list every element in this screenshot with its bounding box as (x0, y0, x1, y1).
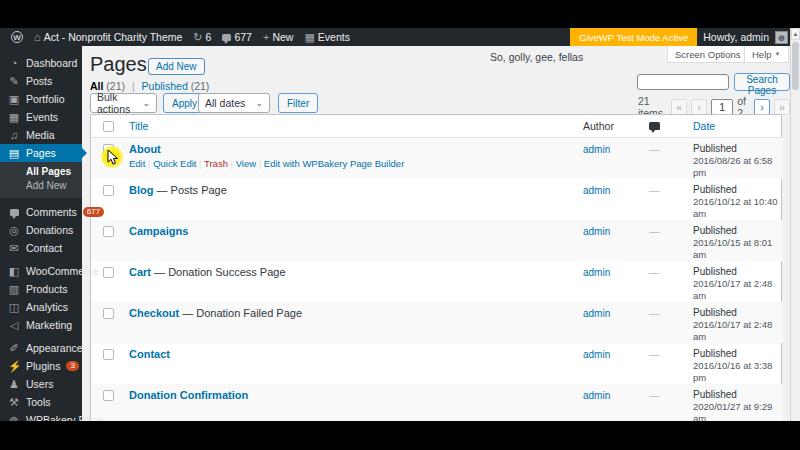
view-published-link[interactable]: Published (142, 80, 188, 92)
page-title-link[interactable]: Cart (129, 266, 151, 278)
comments-header-icon[interactable] (649, 122, 660, 130)
scrollbar-thumb[interactable] (792, 42, 799, 90)
new-content-menu[interactable]: + New (260, 28, 296, 46)
select-arrow-icon: ⌄ (142, 98, 150, 108)
page-title-link[interactable]: About (129, 143, 161, 155)
filter-button[interactable]: Filter (278, 93, 318, 113)
sidebar-item-pages[interactable]: ▤Pages (0, 144, 82, 162)
comments-count-badge: 677 (83, 207, 104, 217)
table-header-row: Title Author Date (91, 115, 783, 137)
page-title-link[interactable]: Blog (129, 184, 153, 196)
sidebar-item-label: Marketing (26, 319, 72, 331)
sidebar-item-appearance[interactable]: ✐Appearance (0, 339, 82, 357)
row-action-view[interactable]: View (236, 158, 256, 169)
page-title-suffix: — Posts Page (153, 184, 226, 196)
submenu-item-add-new[interactable]: Add New (0, 179, 82, 193)
page-title-link[interactable]: Checkout (129, 307, 179, 319)
sidebar-item-products[interactable]: ▥Products (0, 280, 82, 298)
row-checkbox[interactable] (103, 267, 114, 278)
sort-date-header[interactable]: Date (693, 120, 715, 132)
events-menu[interactable]: ▦ Events (301, 28, 353, 46)
sidebar-item-analytics[interactable]: ◫Analytics (0, 298, 82, 316)
sidebar-item-label: Pages (26, 147, 56, 159)
bulk-actions-select[interactable]: Bulk actions ⌄ (90, 93, 157, 113)
add-new-button[interactable]: Add New (148, 58, 205, 75)
publish-date: 2016/10/17 at 2:48 am (693, 319, 781, 343)
chevron-down-icon: ▼ (775, 51, 781, 57)
current-page-field[interactable]: 1 (711, 99, 733, 115)
table-row: Checkout — Donation Failed Pageadmin—Pub… (91, 302, 783, 343)
author-link[interactable]: admin (583, 308, 610, 319)
publish-status: Published (693, 348, 781, 360)
author-link[interactable]: admin (583, 226, 610, 237)
page-title-link[interactable]: Contact (129, 348, 170, 360)
author-link[interactable]: admin (583, 185, 610, 196)
howdy-menu[interactable]: Howdy, admin (697, 31, 775, 43)
row-checkbox[interactable] (103, 349, 114, 360)
sidebar-item-dashboard[interactable]: ◔Dashboard (0, 54, 82, 72)
select-all-checkbox[interactable] (103, 121, 114, 132)
sidebar-item-portfolio[interactable]: ▣Portfolio (0, 90, 82, 108)
sidebar-item-media[interactable]: ♫Media (0, 126, 82, 144)
all-dates-select[interactable]: All dates ⌄ (198, 93, 270, 113)
sidebar-item-comments[interactable]: Comments677 (0, 203, 82, 221)
comments-icon (10, 209, 19, 216)
mouse-cursor (107, 150, 120, 166)
publish-date: 2016/10/12 at 10:40 am (693, 196, 781, 220)
table-row: Campaignsadmin—Published2016/10/15 at 8:… (91, 220, 783, 261)
page-title-link[interactable]: Donation Confirmation (129, 389, 248, 401)
row-action-edit[interactable]: Edit (129, 158, 145, 169)
wp-logo-menu[interactable]: W (8, 28, 26, 46)
media-icon: ♫ (8, 129, 20, 141)
sidebar-item-posts[interactable]: ✎Posts (0, 72, 82, 90)
search-pages-button[interactable]: Search Pages (734, 73, 790, 91)
sidebar-item-marketing[interactable]: ◁Marketing (0, 316, 82, 334)
sidebar-item-label: Events (26, 111, 58, 123)
page-title-link[interactable]: Campaigns (129, 225, 188, 237)
author-link[interactable]: admin (583, 144, 610, 155)
sidebar-item-tools[interactable]: ⚒Tools (0, 393, 82, 411)
sidebar-item-plugins[interactable]: ⚡Plugins3 (0, 357, 82, 375)
comments-menu[interactable]: 677 (219, 28, 255, 46)
sidebar-item-contact[interactable]: ✉Contact (0, 239, 82, 257)
comments-count-value: — (649, 184, 660, 196)
author-link[interactable]: admin (583, 267, 610, 278)
publish-date: 2016/10/15 at 8:01 am (693, 237, 781, 261)
action-separator: | (196, 158, 204, 169)
updates-menu[interactable]: ↻ 6 (190, 28, 214, 46)
page-title-suffix: — Donation Success Page (151, 266, 286, 278)
author-header: Author (581, 115, 647, 137)
publish-date: 2016/08/26 at 6:58 pm (693, 155, 781, 179)
sort-title-header[interactable]: Title (129, 120, 148, 132)
sidebar-item-woocommerce[interactable]: ◧WooCommerce (0, 262, 82, 280)
search-input[interactable] (637, 74, 729, 90)
row-action-quick-edit[interactable]: Quick Edit (153, 158, 196, 169)
vertical-scrollbar[interactable]: ▲ (790, 28, 800, 421)
contact-icon: ✉ (8, 242, 20, 255)
author-link[interactable]: admin (583, 349, 610, 360)
sidebar-item-donations[interactable]: ◎Donations (0, 221, 82, 239)
screen-options-label: Screen Options (675, 49, 740, 60)
publish-date: 2020/01/27 at 9:29 am (693, 401, 781, 422)
next-page-button[interactable]: › (754, 99, 770, 115)
comments-count-value: — (649, 266, 660, 278)
row-action-trash[interactable]: Trash (204, 158, 228, 169)
author-link[interactable]: admin (583, 390, 610, 401)
pages-table: Title Author Date AboutEdit | Quick Edit… (90, 114, 782, 421)
row-action-edit-with-wpbakery-page-builder[interactable]: Edit with WPBakery Page Builder (264, 158, 404, 169)
last-page-button[interactable]: » (774, 99, 790, 115)
row-checkbox[interactable] (103, 185, 114, 196)
sidebar-item-label: Dashboard (26, 57, 77, 69)
row-checkbox[interactable] (103, 390, 114, 401)
user-avatar[interactable]: ☻ (775, 31, 788, 44)
scroll-up-arrow-icon[interactable]: ▲ (791, 28, 800, 40)
site-name-menu[interactable]: ⌂ Act - Nonprofit Charity Theme (31, 28, 185, 46)
sidebar-item-events[interactable]: ▦Events (0, 108, 82, 126)
help-button[interactable]: Help ▼ (744, 46, 789, 63)
submenu-item-all-pages[interactable]: All Pages (0, 165, 82, 179)
sidebar-item-users[interactable]: ♟Users (0, 375, 82, 393)
row-checkbox[interactable] (103, 226, 114, 237)
publish-status: Published (693, 225, 781, 237)
row-checkbox[interactable] (103, 308, 114, 319)
givewp-test-mode-badge[interactable]: GiveWP Test Mode Active (570, 28, 697, 46)
